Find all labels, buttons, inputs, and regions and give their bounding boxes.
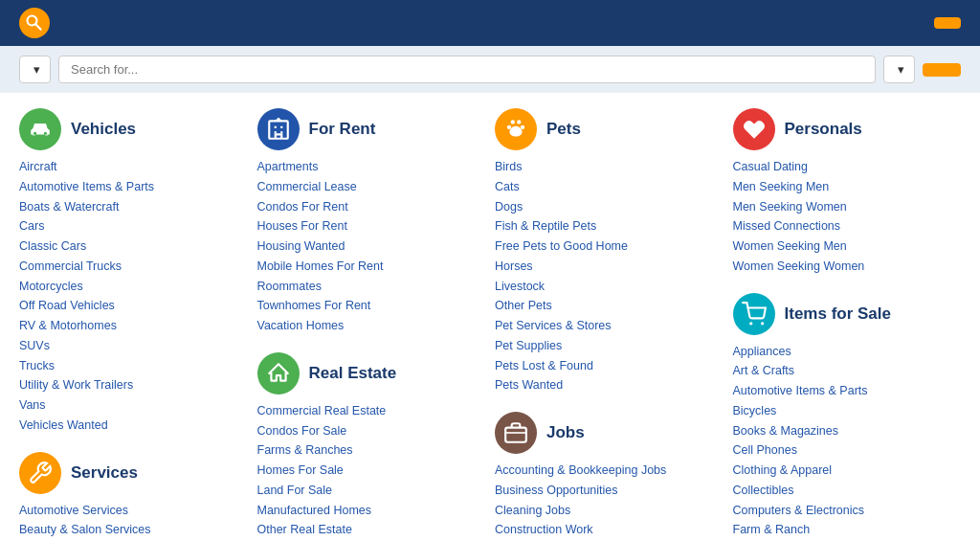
category-link[interactable]: Cleaning Jobs	[495, 504, 570, 517]
category-link[interactable]: Apartments	[257, 160, 319, 173]
category-link[interactable]: Commercial Trucks	[19, 259, 122, 273]
building-icon	[257, 108, 300, 150]
list-item: Men Seeking Women	[733, 198, 962, 216]
category-link[interactable]: Housing Wanted	[257, 239, 345, 253]
category-link[interactable]: Aircraft	[19, 160, 57, 173]
category-link[interactable]: Off Road Vehicles	[19, 299, 115, 312]
main-content: VehiclesAircraftAutomotive Items & Parts…	[0, 93, 980, 541]
category-link[interactable]: Dogs	[495, 200, 523, 214]
list-item: Pet Supplies	[495, 337, 724, 355]
category-dropdown[interactable]: ▾	[19, 56, 51, 83]
category-link[interactable]: Books & Magazines	[733, 424, 838, 438]
category-link[interactable]: Vacation Homes	[257, 319, 345, 332]
list-item: Cell Phones	[733, 441, 962, 460]
category-link[interactable]: Construction Work	[495, 523, 593, 536]
category-link[interactable]: Condos For Sale	[257, 424, 347, 438]
category-link[interactable]: Men Seeking Women	[733, 200, 847, 214]
svg-line-1	[35, 24, 40, 29]
category-link[interactable]: Other Pets	[495, 299, 552, 312]
category-link[interactable]: Motorcycles	[19, 280, 83, 293]
category-link[interactable]: Fish & Reptile Pets	[495, 219, 596, 233]
category-link[interactable]: Computers & Electronics	[733, 504, 865, 517]
category-link[interactable]: Pets Lost & Found	[495, 359, 593, 372]
list-item: Houses For Rent	[257, 217, 486, 236]
list-item: Cleaning Jobs	[495, 502, 724, 520]
category-link[interactable]: Pets Wanted	[495, 378, 563, 392]
category-link[interactable]: Other Real Estate	[257, 523, 352, 536]
category-link[interactable]: Farm & Ranch	[733, 523, 811, 536]
category-link[interactable]: Commercial Real Estate	[257, 404, 387, 417]
category-link[interactable]: Bicycles	[733, 404, 777, 417]
category-link[interactable]: Vans	[19, 398, 46, 412]
list-item: Men Seeking Men	[733, 178, 962, 196]
svg-point-11	[511, 120, 515, 124]
category-link[interactable]: Free Pets to Good Home	[495, 239, 628, 253]
category-link[interactable]: Cell Phones	[733, 443, 797, 457]
category-link[interactable]: Collectibles	[733, 484, 794, 497]
category-link[interactable]: Condos For Rent	[257, 200, 348, 214]
category-link[interactable]: Pet Supplies	[495, 339, 562, 352]
list-item: Farms & Ranches	[257, 441, 486, 460]
category-link[interactable]: Roommates	[257, 280, 322, 293]
category-link[interactable]: Business Opportunities	[495, 484, 618, 497]
category-link[interactable]: RV & Motorhomes	[19, 319, 117, 332]
category-link[interactable]: Automotive Services	[19, 504, 128, 517]
category-link[interactable]: Pet Services & Stores	[495, 319, 612, 332]
category-link[interactable]: Houses For Rent	[257, 219, 347, 233]
category-link[interactable]: Accounting & Bookkeeping Jobs	[495, 463, 666, 477]
svg-point-14	[521, 125, 524, 129]
category-link[interactable]: Horses	[495, 259, 533, 273]
category-link[interactable]: Casual Dating	[733, 160, 809, 173]
category-link[interactable]: Vehicles Wanted	[19, 418, 108, 432]
category-link[interactable]: Art & Crafts	[733, 364, 795, 377]
category-link[interactable]: Automotive Items & Parts	[733, 384, 868, 397]
category-link[interactable]: SUVs	[19, 339, 50, 352]
category-link[interactable]: Manufactured Homes	[257, 504, 372, 517]
category-section-jobs: JobsAccounting & Bookkeeping JobsBusines…	[495, 412, 724, 541]
category-section-real-estate: Real EstateCommercial Real EstateCondos …	[257, 352, 486, 541]
search-button[interactable]	[923, 63, 961, 77]
category-header-items-for-sale: Items for Sale	[733, 293, 962, 335]
category-link[interactable]: Mobile Homes For Rent	[257, 259, 384, 273]
list-item: Roommates	[257, 278, 486, 296]
svg-point-18	[749, 322, 752, 325]
category-column: PersonalsCasual DatingMen Seeking MenMen…	[733, 108, 962, 541]
paw-icon	[495, 108, 537, 150]
category-link[interactable]: Cats	[495, 180, 520, 193]
list-item: Commercial Lease	[257, 178, 486, 196]
list-item: Books & Magazines	[733, 422, 962, 440]
search-input[interactable]	[58, 56, 876, 83]
list-item: Horses	[495, 258, 724, 276]
post-ad-button[interactable]	[934, 17, 961, 29]
list-item: Other Real Estate	[257, 521, 486, 539]
category-link[interactable]: Women Seeking Men	[733, 239, 847, 253]
list-item: Vehicles Wanted	[19, 417, 248, 435]
category-link[interactable]: Utility & Work Trailers	[19, 378, 133, 392]
category-link[interactable]: Cars	[19, 219, 44, 233]
category-section-pets: PetsBirdsCatsDogsFish & Reptile PetsFree…	[495, 108, 724, 394]
category-link[interactable]: Commercial Lease	[257, 180, 357, 193]
category-link[interactable]: Land For Sale	[257, 484, 333, 497]
category-link[interactable]: Beauty & Salon Services	[19, 523, 151, 536]
briefcase-icon	[495, 412, 537, 454]
category-column: PetsBirdsCatsDogsFish & Reptile PetsFree…	[495, 108, 724, 541]
category-link[interactable]: Classic Cars	[19, 239, 86, 253]
category-link[interactable]: Clothing & Apparel	[733, 463, 833, 477]
category-link[interactable]: Birds	[495, 160, 522, 173]
category-link[interactable]: Automotive Items & Parts	[19, 180, 154, 193]
category-link[interactable]: Appliances	[733, 345, 791, 358]
category-link[interactable]: Women Seeking Women	[733, 259, 865, 273]
category-link[interactable]: Missed Connections	[733, 219, 841, 233]
svg-point-19	[761, 322, 764, 325]
category-link[interactable]: Livestock	[495, 280, 545, 293]
list-item: Mobile Homes For Rent	[257, 258, 486, 276]
category-link[interactable]: Farms & Ranches	[257, 443, 353, 457]
category-link[interactable]: Men Seeking Men	[733, 180, 830, 193]
category-link[interactable]: Boats & Watercraft	[19, 200, 119, 214]
category-link[interactable]: Trucks	[19, 359, 55, 372]
category-link[interactable]: Homes For Sale	[257, 463, 344, 477]
list-item: Computers & Electronics	[733, 502, 962, 520]
list-item: Homes For Sale	[257, 462, 486, 480]
location-dropdown[interactable]: ▾	[883, 56, 915, 83]
category-link[interactable]: Townhomes For Rent	[257, 299, 371, 312]
